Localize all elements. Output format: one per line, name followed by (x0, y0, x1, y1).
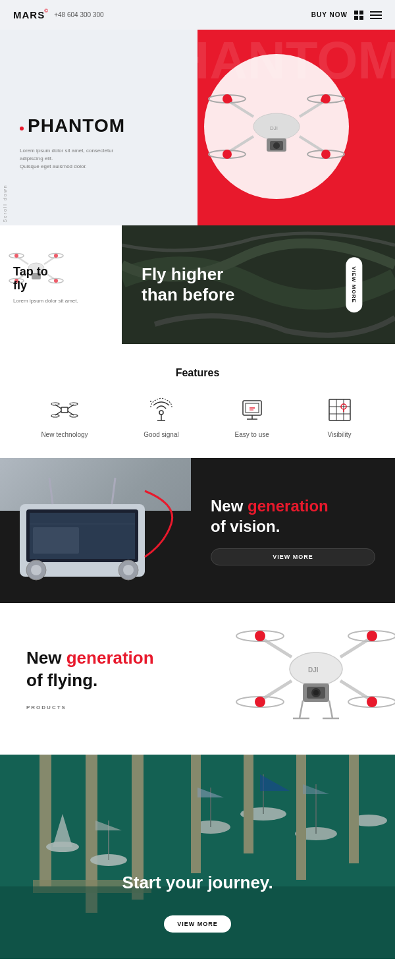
svg-point-41 (51, 403, 59, 405)
svg-point-72 (123, 565, 134, 575)
grid-icon[interactable] (354, 11, 363, 20)
vision-right: New generation of vision. VIEW MORE (191, 458, 395, 603)
svg-point-70 (31, 565, 41, 575)
svg-point-85 (367, 631, 377, 641)
view-more-pill[interactable]: VIEW MORE (346, 257, 363, 312)
tap-fly-section: Tap to fly Lorem ipsum dolor sit amet. (0, 225, 395, 344)
svg-point-84 (255, 631, 265, 641)
svg-line-93 (300, 701, 303, 718)
logo: MARS© (13, 9, 45, 20)
journey-title: Start your journey. (122, 873, 273, 893)
feature-item-visibility: Visibility (325, 395, 354, 438)
feature-label-visibility: Visibility (328, 431, 352, 438)
svg-point-18 (228, 98, 232, 102)
fly-higher-title: Fly higher than before (142, 264, 235, 305)
svg-point-13 (321, 150, 330, 159)
hero-section: Scroll down PHANTOM Lorem ipsum dolor si… (0, 28, 395, 225)
flying-title: New generation of flying. (26, 647, 154, 692)
device-icon (238, 395, 267, 424)
controller-image (0, 458, 191, 603)
tap-description: Lorem ipsum dolor sit amet. (13, 297, 109, 304)
svg-point-12 (223, 150, 232, 159)
products-button[interactable]: PRODUCTS (26, 705, 154, 710)
phone-number: +48 604 300 300 (54, 11, 103, 18)
buy-now-button[interactable]: BUY NOW (311, 11, 348, 18)
svg-point-45 (159, 411, 163, 415)
scroll-label: Scroll down (3, 184, 7, 222)
flying-drone-svg: DJI (224, 610, 395, 741)
svg-point-91 (313, 690, 319, 695)
hero-right: DJI PHANTOM (198, 28, 395, 225)
svg-point-43 (51, 415, 59, 417)
svg-text:DJI: DJI (308, 666, 319, 674)
feature-item-signal: Good signal (144, 395, 178, 438)
vision-section: New generation of vision. VIEW MORE (0, 458, 395, 603)
drone-icon (50, 395, 79, 424)
header-right: BUY NOW (311, 11, 382, 20)
svg-point-87 (367, 697, 377, 707)
flying-drone-image: DJI (224, 610, 395, 744)
journey-view-more-button[interactable]: VIEW MORE (164, 915, 231, 933)
svg-line-94 (329, 701, 332, 718)
feature-label-technology: New technology (41, 431, 88, 438)
feature-item-easy: Easy to use (235, 395, 269, 438)
header: MARS© +48 604 300 300 BUY NOW (0, 0, 395, 30)
hero-left: Scroll down PHANTOM Lorem ipsum dolor si… (0, 28, 198, 225)
tap-fly-left: Tap to fly Lorem ipsum dolor sit amet. (0, 225, 122, 344)
svg-rect-68 (86, 527, 132, 554)
hero-description-2: Quisque eget auismod dolor. (20, 163, 125, 171)
journey-content: Start your journey. VIEW MORE (122, 873, 273, 933)
svg-point-16 (273, 142, 280, 149)
features-section: Features New technology (0, 344, 395, 458)
journey-section: Start your journey. VIEW MORE (0, 755, 395, 959)
map-icon (325, 395, 354, 424)
hero-description: Lorem ipsum dolor sit amet, consectetur … (20, 147, 125, 163)
feature-label-easy: Easy to use (235, 431, 269, 438)
svg-point-86 (255, 697, 265, 707)
svg-point-29 (14, 254, 18, 258)
hero-title: PHANTOM (28, 115, 125, 136)
vision-left (0, 458, 191, 603)
svg-point-19 (321, 98, 325, 102)
signal-icon (147, 395, 176, 424)
svg-rect-55 (329, 399, 350, 420)
tap-title: Tap to fly (13, 265, 109, 293)
tap-fly-right: Fly higher than before VIEW MORE (122, 225, 395, 344)
flying-content: New generation of flying. PRODUCTS (0, 627, 180, 731)
header-left: MARS© +48 604 300 300 (13, 9, 104, 20)
svg-point-30 (54, 254, 58, 258)
svg-line-73 (49, 478, 53, 504)
feature-item-technology: New technology (41, 395, 88, 438)
vision-view-more-button[interactable]: VIEW MORE (211, 548, 375, 565)
svg-text:DJI: DJI (270, 125, 278, 131)
svg-line-74 (112, 478, 115, 504)
features-grid: New technology Good signal (13, 395, 382, 438)
drone-image: DJI (198, 41, 375, 219)
svg-point-42 (70, 403, 78, 405)
hamburger-menu-icon[interactable] (370, 11, 382, 19)
flying-section: New generation of flying. PRODUCTS (0, 603, 395, 755)
feature-label-signal: Good signal (144, 431, 178, 438)
svg-rect-36 (61, 407, 68, 413)
fly-higher-content: Fly higher than before (122, 248, 255, 322)
svg-point-44 (70, 415, 78, 417)
vision-title: New generation of vision. (211, 496, 375, 536)
features-title: Features (13, 367, 382, 379)
svg-rect-67 (33, 527, 79, 554)
